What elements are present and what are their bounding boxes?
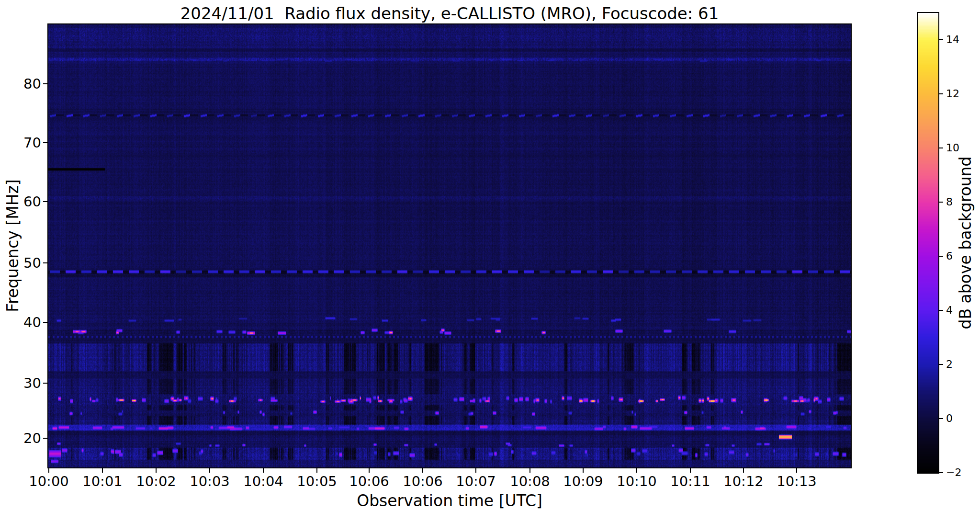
- colorbar-tick-label: 2: [946, 358, 980, 371]
- y-tick-mark: [43, 201, 47, 202]
- x-tick-label: 10:01: [71, 473, 134, 489]
- figure: 2024/11/01 Radio flux density, e-CALLIST…: [0, 0, 980, 511]
- colorbar-tick-mark: [939, 39, 943, 40]
- y-tick-label: 40: [1, 315, 41, 330]
- x-tick-mark: [263, 468, 264, 473]
- colorbar-canvas: [918, 13, 938, 473]
- colorbar-tick-mark: [939, 472, 943, 473]
- colorbar: [917, 12, 939, 474]
- x-tick-label: 10:02: [125, 473, 187, 489]
- x-tick-mark: [475, 468, 476, 473]
- colorbar-label: dB above background: [956, 157, 975, 329]
- colorbar-tick-label: 10: [946, 142, 980, 154]
- y-tick-label: 80: [1, 76, 41, 91]
- x-tick-mark: [48, 468, 49, 473]
- x-tick-label: 10:13: [766, 473, 828, 489]
- plot-area: [47, 23, 852, 468]
- x-tick-label: 10:03: [179, 473, 241, 489]
- x-tick-label: 10:04: [232, 473, 294, 489]
- x-tick-mark: [690, 468, 691, 473]
- y-tick-mark: [43, 262, 47, 263]
- y-tick-mark: [43, 142, 47, 143]
- x-tick-label: 10:07: [445, 473, 507, 489]
- colorbar-tick-label: 12: [946, 88, 980, 100]
- y-tick-mark: [43, 383, 47, 384]
- colorbar-tick-mark: [939, 93, 943, 94]
- colorbar-tick-label: 0: [946, 412, 980, 425]
- y-tick-mark: [43, 322, 47, 323]
- x-tick-mark: [636, 468, 637, 473]
- x-tick-mark: [743, 468, 744, 473]
- colorbar-tick-mark: [939, 364, 943, 365]
- x-tick-label: 10:10: [606, 473, 668, 489]
- x-tick-mark: [796, 468, 797, 473]
- x-tick-mark: [156, 468, 157, 473]
- x-axis-label: Observation time [UTC]: [48, 491, 851, 510]
- x-tick-mark: [316, 468, 317, 473]
- y-tick-label: 70: [1, 135, 41, 150]
- x-tick-label: 10:00: [18, 473, 80, 489]
- x-tick-mark: [102, 468, 103, 473]
- y-tick-label: 30: [1, 375, 41, 391]
- colorbar-tick-label: 14: [946, 34, 980, 46]
- x-tick-mark: [529, 468, 530, 473]
- x-tick-mark: [369, 468, 370, 473]
- x-tick-mark: [209, 468, 210, 473]
- x-tick-label: 10:09: [552, 473, 614, 489]
- y-tick-mark: [43, 83, 47, 84]
- colorbar-tick-mark: [939, 256, 943, 257]
- colorbar-tick-mark: [939, 418, 943, 419]
- colorbar-tick-mark: [939, 202, 943, 203]
- x-tick-mark: [583, 468, 584, 473]
- spectrogram-canvas: [48, 24, 851, 467]
- y-tick-mark: [43, 438, 47, 439]
- chart-title: 2024/11/01 Radio flux density, e-CALLIST…: [48, 4, 851, 23]
- y-axis-label: Frequency [MHz]: [3, 179, 22, 312]
- colorbar-tick-label: −2: [946, 466, 980, 479]
- x-tick-label: 10:06: [338, 473, 400, 489]
- colorbar-tick-mark: [939, 310, 943, 311]
- y-tick-label: 20: [1, 431, 41, 446]
- colorbar-tick-mark: [939, 148, 943, 148]
- x-tick-mark: [422, 468, 423, 473]
